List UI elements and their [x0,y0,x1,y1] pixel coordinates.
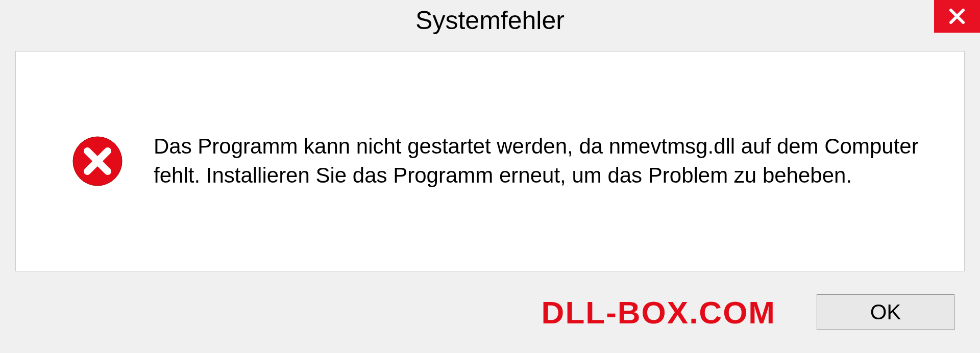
titlebar: Systemfehler [0,0,980,41]
dialog-title: Systemfehler [415,6,565,35]
dialog-content: Das Programm kann nicht gestartet werden… [15,51,965,271]
dialog-footer: DLL-BOX.COM OK [0,271,980,353]
error-message: Das Programm kann nicht gestartet werden… [154,132,934,190]
error-icon [72,136,123,187]
watermark-text: DLL-BOX.COM [542,294,776,331]
ok-button[interactable]: OK [817,294,954,330]
close-icon [948,7,966,26]
close-button[interactable] [934,0,980,33]
error-dialog: Systemfehler Das Programm kann nicht ges… [0,0,980,353]
